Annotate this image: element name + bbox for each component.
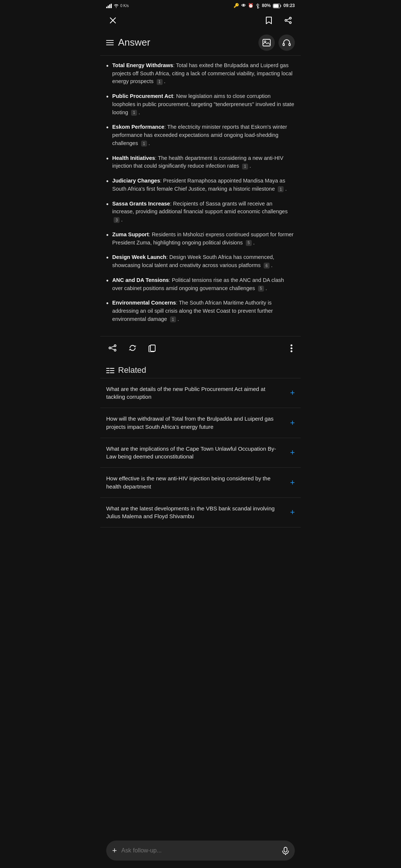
related-expand-icon[interactable]: + (290, 418, 295, 428)
status-left: 0 K/s (106, 3, 129, 8)
related-header: Related (100, 359, 301, 378)
bullet-dot: • (106, 253, 108, 263)
answer-list-item: •Environmental Concerns: The South Afric… (106, 299, 295, 323)
citation-badge: 5 (258, 286, 264, 292)
bullet-text: Design Week Launch: Design Week South Af… (112, 253, 295, 270)
related-expand-icon[interactable]: + (290, 478, 295, 487)
related-item-text: How will the withdrawal of Total from th… (106, 415, 284, 431)
citation-badge: 1 (141, 141, 147, 147)
related-item-text: What are the details of the new Public P… (106, 385, 284, 401)
related-item[interactable]: What are the latest developments in the … (100, 497, 301, 528)
bullet-dot: • (106, 61, 108, 71)
status-bar: 0 K/s 🔑 👁 ⏰ 80% 09:23 (100, 0, 301, 10)
menu-icon[interactable] (106, 40, 114, 45)
citation-badge: 1 (157, 79, 163, 85)
answer-content: •Total Energy Withdraws: Total has exite… (100, 56, 301, 336)
answer-list-item: •Public Procurement Act: New legislation… (106, 92, 295, 116)
svg-rect-1 (108, 6, 109, 8)
related-item-text: What are the latest developments in the … (106, 504, 284, 521)
answer-list-item: •Judiciary Changes: President Ramaphosa … (106, 177, 295, 193)
alarm-icon: ⏰ (248, 3, 254, 8)
related-item[interactable]: How will the withdrawal of Total from th… (100, 408, 301, 438)
svg-rect-2 (109, 4, 110, 8)
battery-percent: 80% (262, 3, 271, 8)
svg-point-24 (291, 344, 293, 346)
citation-badge: 6 (264, 263, 270, 269)
svg-point-10 (285, 19, 287, 21)
bullet-dot: • (106, 276, 108, 286)
bullet-text: Judiciary Changes: President Ramaphosa a… (112, 177, 295, 193)
svg-line-12 (287, 19, 290, 20)
bullet-text: Sassa Grants Increase: Recipients of Sas… (112, 200, 295, 224)
refresh-action-button[interactable] (126, 342, 139, 354)
svg-rect-17 (289, 43, 290, 46)
bullet-text: Public Procurement Act: New legislation … (112, 92, 295, 116)
bullet-dot: • (106, 230, 108, 240)
related-item[interactable]: What are the details of the new Public P… (100, 378, 301, 408)
time: 09:23 (283, 3, 295, 8)
share-action-button[interactable] (106, 342, 119, 354)
data-icon: 0 K/s (120, 4, 129, 8)
citation-badge: 1 (170, 316, 176, 322)
answer-list-item: •Zuma Support: Residents in Msholozi exp… (106, 231, 295, 247)
answer-list-item: •Sassa Grants Increase: Recipients of Sa… (106, 200, 295, 224)
svg-rect-23 (150, 345, 155, 351)
svg-point-11 (290, 22, 291, 23)
bullet-dot: • (106, 92, 108, 102)
svg-rect-3 (111, 4, 112, 8)
share-button[interactable] (281, 14, 295, 27)
svg-point-25 (291, 347, 293, 349)
related-expand-icon[interactable]: + (290, 448, 295, 457)
citation-badge: 1 (242, 164, 248, 170)
answer-list-item: •Health Initiatives: The health departme… (106, 154, 295, 171)
related-expand-icon[interactable]: + (290, 388, 295, 398)
bullet-text: Total Energy Withdraws: Total has exited… (112, 62, 295, 86)
headphone-button[interactable] (278, 34, 295, 51)
eye-icon: 👁 (241, 3, 246, 8)
bullet-text: Health Initiatives: The health departmen… (112, 154, 295, 171)
top-nav (100, 10, 301, 31)
answer-list-item: •Eskom Performance: The electricity mini… (106, 123, 295, 147)
answer-list-item: •Total Energy Withdraws: Total has exite… (106, 62, 295, 86)
status-right: 🔑 👁 ⏰ 80% 09:23 (234, 3, 295, 9)
svg-rect-0 (106, 7, 107, 8)
action-row (100, 336, 301, 359)
bullet-text: Environmental Concerns: The South Africa… (112, 299, 295, 323)
close-button[interactable] (106, 14, 120, 27)
related-item[interactable]: What are the implications of the Cape To… (100, 438, 301, 468)
signal-icon (106, 3, 112, 8)
page-title: Answer (118, 37, 150, 48)
gallery-button[interactable] (258, 34, 275, 51)
answer-list-item: •ANC and DA Tensions: Political tensions… (106, 276, 295, 293)
wifi-icon (114, 3, 119, 8)
svg-point-9 (290, 17, 291, 19)
svg-line-22 (111, 348, 114, 350)
svg-point-26 (291, 350, 293, 352)
svg-point-18 (114, 345, 116, 346)
related-item[interactable]: How effective is the new anti-HIV inject… (100, 467, 301, 497)
answer-list: •Total Energy Withdraws: Total has exite… (106, 62, 295, 323)
related-list: What are the details of the new Public P… (100, 378, 301, 528)
bullet-dot: • (106, 154, 108, 164)
answer-header: Answer (100, 31, 301, 56)
bullet-text: Eskom Performance: The electricity minis… (112, 123, 295, 147)
svg-line-13 (287, 21, 290, 22)
bullet-dot: • (106, 200, 108, 210)
citation-badge: 3 (114, 217, 120, 223)
related-icon (106, 366, 114, 374)
answer-list-item: •Design Week Launch: Design Week South A… (106, 253, 295, 270)
citation-badge: 5 (246, 240, 252, 246)
svg-rect-16 (283, 43, 284, 46)
citation-badge: 1 (131, 110, 137, 116)
bullet-dot: • (106, 123, 108, 133)
bluetooth-icon (256, 3, 260, 9)
svg-line-21 (111, 346, 114, 348)
citation-badge: 1 (278, 186, 284, 192)
key-icon: 🔑 (234, 3, 239, 8)
bookmark-button[interactable] (262, 14, 276, 27)
related-expand-icon[interactable]: + (290, 507, 295, 517)
more-options-button[interactable] (288, 341, 295, 355)
copy-action-button[interactable] (146, 342, 158, 354)
bullet-text: ANC and DA Tensions: Political tensions … (112, 276, 295, 293)
svg-point-19 (109, 347, 111, 349)
